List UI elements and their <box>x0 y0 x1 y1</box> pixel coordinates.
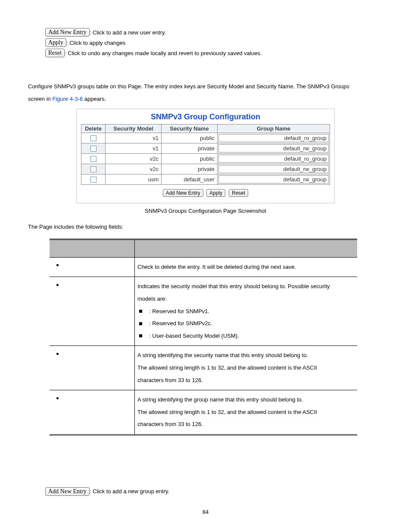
col-name: Security Name <box>162 124 218 133</box>
figure-ref-link[interactable]: Figure 4-3-6 <box>52 96 83 102</box>
table-row: v2cpublicdefault_ro_group <box>81 154 330 164</box>
cell-name: default_user <box>162 174 218 185</box>
figure-caption: SNMPv3 Groups Configuration Page Screens… <box>28 208 383 214</box>
cell-name: private <box>162 143 218 154</box>
cell-model: v1 <box>106 143 162 154</box>
panel-title: SNMPv3 Group Configuration <box>81 112 330 121</box>
table-row: v2cprivatedefault_rw_group <box>81 164 330 174</box>
field-item: : Reserved for SNMPv1. <box>137 305 355 318</box>
delete-checkbox[interactable] <box>90 166 97 172</box>
add-new-entry-bottom-desc: : Click to add a new group entry. <box>90 488 169 495</box>
delete-checkbox[interactable] <box>90 156 97 162</box>
cell-name: private <box>162 164 218 174</box>
cell-model: v2c <box>106 164 162 174</box>
cell-model: v1 <box>106 133 162 143</box>
panel-apply-button[interactable]: Apply <box>206 189 225 197</box>
cell-name: public <box>162 133 218 143</box>
bullet-icon <box>56 397 59 399</box>
apply-desc: : Click to apply changes <box>66 40 125 46</box>
reset-button-top[interactable]: Reset <box>45 49 65 57</box>
square-icon <box>139 334 142 337</box>
col-delete: Delete <box>81 124 106 133</box>
add-new-entry-button-top[interactable]: Add New Entry <box>45 28 90 37</box>
fields-table: Check to delete the entry. It will be de… <box>50 239 357 436</box>
intro-paragraph: Configure SNMPv3 groups table on this Pa… <box>28 81 383 105</box>
panel-add-button[interactable]: Add New Entry <box>163 189 203 197</box>
cell-model: usm <box>106 174 162 185</box>
snmp-group-config-panel: SNMPv3 Group Configuration Delete Securi… <box>76 109 335 203</box>
field-desc: characters from 33 to 126. <box>137 418 355 431</box>
field-item: : Reserved for SNMPv2c. <box>137 317 355 330</box>
col-group: Group Name <box>218 124 330 133</box>
cell-name: public <box>162 154 218 164</box>
field-desc: Check to delete the entry. It will be de… <box>137 261 355 274</box>
delete-checkbox[interactable] <box>90 135 97 141</box>
field-desc: characters from 33 to 126. <box>137 374 355 387</box>
group-table: Delete Security Model Security Name Grou… <box>81 124 330 185</box>
bullet-icon <box>56 353 59 355</box>
square-icon <box>139 322 142 325</box>
group-name-input[interactable]: default_rw_group <box>218 144 329 152</box>
field-desc: A string identifying the security name t… <box>137 349 355 362</box>
field-desc: A string identifying the group name that… <box>137 394 355 406</box>
field-desc: The allowed string length is 1 to 32, an… <box>137 362 355 374</box>
bullet-icon <box>56 264 59 266</box>
table-row: usmdefault_userdefault_rw_group <box>81 174 330 185</box>
square-icon <box>139 310 142 313</box>
field-desc: models are: <box>137 293 355 305</box>
table-row: v1privatedefault_rw_group <box>81 143 330 154</box>
bullet-icon <box>56 284 59 286</box>
reset-desc: : Click to undo any changes made locally… <box>65 50 262 56</box>
field-desc: Indicates the security model that this e… <box>137 280 355 293</box>
field-desc: The allowed string length is 1 to 32, an… <box>137 406 355 419</box>
page-number: 84 <box>28 509 383 515</box>
table-row: v1publicdefault_ro_group <box>81 133 330 143</box>
field-item: : User-based Security Model (USM). <box>137 330 355 342</box>
add-new-entry-button-bottom[interactable]: Add New Entry <box>45 487 90 496</box>
delete-checkbox[interactable] <box>90 146 97 152</box>
apply-button-top[interactable]: Apply <box>45 38 66 47</box>
delete-checkbox[interactable] <box>90 177 97 183</box>
group-name-input[interactable]: default_ro_group <box>218 155 329 163</box>
group-name-input[interactable]: default_rw_group <box>218 165 329 173</box>
col-model: Security Model <box>106 124 162 133</box>
fields-intro: The Page includes the following fields: <box>28 221 383 233</box>
group-name-input[interactable]: default_ro_group <box>218 134 329 142</box>
add-new-entry-desc: : Click to add a new user entry. <box>90 29 166 36</box>
group-name-input[interactable]: default_rw_group <box>218 175 329 184</box>
panel-reset-button[interactable]: Reset <box>229 189 248 197</box>
cell-model: v2c <box>106 154 162 164</box>
